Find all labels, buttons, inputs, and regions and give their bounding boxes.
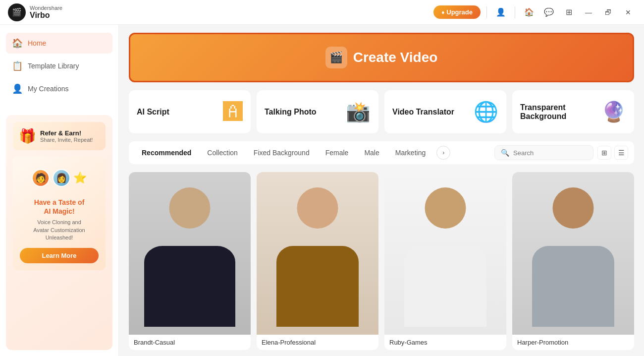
ai-magic-promo: 🧑 👩 ⭐ Have a Taste of AI Magic! Voice Cl…: [13, 156, 106, 270]
titlebar: 🎬 Wondershare Virbo ♦ Upgrade 👤 🏠 💬 ⊞ — …: [0, 0, 644, 25]
sidebar-promo: 🎁 Refer & Earn! Share, Invite, Repeat! 🧑…: [6, 115, 112, 350]
feature-card-transparent-bg[interactable]: Transparent Background 🔮: [512, 90, 634, 133]
refer-text: Refer & Earn! Share, Invite, Repeat!: [40, 129, 93, 143]
harper-silhouette: [512, 172, 634, 335]
sidebar-nav: 🏠 Home 📋 Template Library 👤 My Creations: [0, 25, 118, 109]
promo-ai-description: Voice Cloning andAvatar Customization Un…: [20, 219, 99, 241]
avatar-card-ruby[interactable]: Ruby-Games: [384, 172, 506, 350]
grid-view-icon: ⊞: [601, 149, 607, 157]
logo-icon: 🎬: [8, 3, 26, 21]
refer-icon: 🎁: [19, 128, 36, 144]
avatar-card-elena[interactable]: Elena-Professional: [257, 172, 378, 350]
brandt-label: Brandt-Casual: [129, 335, 251, 350]
home-icon: 🏠: [524, 7, 534, 17]
close-icon: ✕: [625, 8, 631, 16]
video-translator-icon: 🌐: [474, 100, 498, 123]
search-input[interactable]: [513, 149, 583, 157]
talking-photo-icon: 📸: [346, 100, 371, 123]
publisher-name: Wondershare: [30, 5, 62, 11]
ruby-silhouette: [384, 172, 506, 335]
avatar-card-brandt[interactable]: Brandt-Casual: [129, 172, 251, 350]
ai-script-icon: 🅰: [223, 101, 243, 123]
promo-avatar-2: 👩: [53, 169, 70, 187]
video-plus-icon: 🎬: [329, 51, 343, 64]
home-icon: 🏠: [12, 38, 23, 49]
refer-subtitle: Share, Invite, Repeat!: [40, 137, 93, 143]
promo-star-icon: ⭐: [73, 172, 87, 184]
app-logo: 🎬 Wondershare Virbo: [8, 3, 62, 21]
avatar-grid: Brandt-Casual Elena-Professional: [129, 172, 634, 356]
create-video-label: Create Video: [353, 50, 438, 65]
titlebar-actions: ♦ Upgrade 👤 🏠 💬 ⊞ — 🗗 ✕: [433, 4, 636, 20]
upgrade-button[interactable]: ♦ Upgrade: [433, 5, 481, 19]
refer-earn-promo[interactable]: 🎁 Refer & Earn! Share, Invite, Repeat!: [13, 122, 106, 150]
transparent-bg-label: Transparent Background: [520, 103, 601, 121]
sidebar-item-creations-label: My Creations: [28, 85, 68, 93]
ai-illustration: 🧑 👩 ⭐: [20, 163, 99, 193]
elena-image: [257, 172, 378, 335]
sidebar-item-home[interactable]: 🏠 Home: [6, 33, 112, 54]
help-button[interactable]: 💬: [541, 4, 557, 20]
filter-next-button[interactable]: ›: [436, 146, 450, 160]
close-button[interactable]: ✕: [620, 4, 636, 20]
sidebar-item-my-creations[interactable]: 👤 My Creations: [6, 78, 112, 99]
upgrade-label: Upgrade: [446, 8, 473, 16]
talking-photo-label: Talking Photo: [265, 108, 317, 117]
minimize-icon: —: [585, 8, 592, 16]
minimize-button[interactable]: —: [581, 4, 596, 20]
filter-tabs: Recommended Collection Fixed Background …: [135, 146, 486, 160]
tab-male[interactable]: Male: [357, 146, 386, 160]
avatar-card-harper[interactable]: Harper-Promotion: [512, 172, 634, 350]
maximize-button[interactable]: 🗗: [600, 4, 616, 20]
filter-view-1-button[interactable]: ⊞: [597, 146, 611, 160]
divider: [486, 6, 487, 18]
filter-view-2-button[interactable]: ☰: [614, 146, 628, 160]
filter-row: Recommended Collection Fixed Background …: [129, 141, 634, 164]
brandt-image: [129, 172, 251, 335]
feature-card-ai-script[interactable]: AI Script 🅰: [129, 90, 251, 133]
search-box: 🔍: [494, 145, 593, 160]
app-name: Virbo: [30, 11, 62, 20]
crown-icon: ♦: [441, 9, 444, 16]
feature-card-video-translator[interactable]: Video Translator 🌐: [384, 90, 506, 133]
grid-icon: ⊞: [566, 7, 572, 17]
ruby-image: [384, 172, 506, 335]
create-video-icon: 🎬: [325, 47, 347, 68]
main-layout: 🏠 Home 📋 Template Library 👤 My Creations…: [0, 25, 644, 356]
tab-collection[interactable]: Collection: [200, 146, 244, 160]
sidebar-item-home-label: Home: [28, 39, 46, 47]
content-area: 🎬 Create Video AI Script 🅰 Talking Photo…: [119, 25, 644, 356]
profile-button[interactable]: 👤: [493, 4, 509, 20]
tab-female[interactable]: Female: [319, 146, 356, 160]
chevron-right-icon: ›: [442, 149, 444, 156]
tab-fixed-background[interactable]: Fixed Background: [247, 146, 317, 160]
divider2: [515, 6, 515, 18]
tab-recommended[interactable]: Recommended: [135, 146, 198, 160]
ruby-label: Ruby-Games: [384, 335, 506, 350]
video-translator-label: Video Translator: [392, 108, 454, 117]
promo-avatar-1: 🧑: [32, 169, 50, 187]
help-icon: 💬: [544, 7, 554, 17]
home-nav-icon-button[interactable]: 🏠: [521, 4, 537, 20]
brandt-silhouette: [129, 172, 251, 335]
maximize-icon: 🗗: [605, 8, 612, 16]
elena-silhouette: [257, 172, 378, 335]
template-icon: 📋: [12, 60, 23, 71]
learn-more-button[interactable]: Learn More: [20, 248, 99, 263]
search-actions: ⊞ ☰: [597, 146, 628, 160]
harper-label: Harper-Promotion: [512, 335, 634, 350]
list-view-icon: ☰: [618, 149, 625, 157]
harper-image: [512, 172, 634, 335]
creations-icon: 👤: [12, 83, 23, 94]
grid-button[interactable]: ⊞: [561, 4, 577, 20]
feature-cards: AI Script 🅰 Talking Photo 📸 Video Transl…: [129, 90, 634, 133]
transparent-bg-icon: 🔮: [601, 100, 626, 123]
create-video-banner[interactable]: 🎬 Create Video: [129, 33, 634, 82]
feature-card-talking-photo[interactable]: Talking Photo 📸: [257, 90, 378, 133]
sidebar-item-template-library[interactable]: 📋 Template Library: [6, 56, 112, 76]
tab-marketing[interactable]: Marketing: [388, 146, 432, 160]
sidebar: 🏠 Home 📋 Template Library 👤 My Creations…: [0, 25, 119, 356]
ai-script-label: AI Script: [137, 108, 169, 117]
elena-label: Elena-Professional: [257, 335, 378, 350]
create-video-inner: 🎬 Create Video: [325, 47, 438, 68]
